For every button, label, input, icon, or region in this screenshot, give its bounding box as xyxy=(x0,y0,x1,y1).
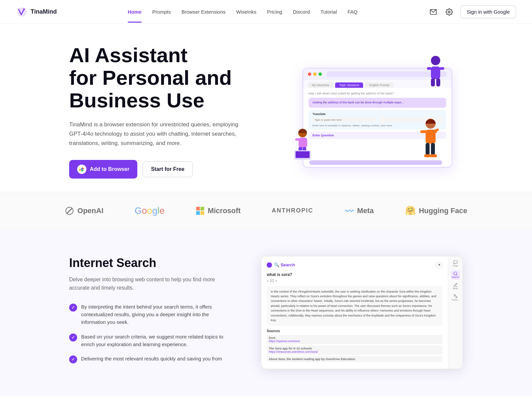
partner-huggingface: 🤗 Hugging Face xyxy=(405,205,467,216)
search-sources: Sources Sora https://openai.com/sora The… xyxy=(267,329,443,362)
huggingface-icon: 🤗 xyxy=(405,205,416,216)
sidebar-search[interactable]: Search xyxy=(451,270,460,280)
check-icon-1 xyxy=(69,304,77,312)
feature-text-2: Based on your search criteria, we sugges… xyxy=(81,333,234,348)
svg-rect-8 xyxy=(431,78,435,86)
svg-point-0 xyxy=(23,8,25,10)
hero-right: My Searches Topic Sessions English Promp… xyxy=(282,55,463,168)
sidebar-translate[interactable]: Trans... xyxy=(451,293,460,302)
hero-buttons: Add to Browser Start for Free xyxy=(69,160,262,179)
svg-rect-11 xyxy=(299,138,307,148)
svg-rect-6 xyxy=(427,67,432,70)
section-right-mockup: 🔍 Search ✕ what is sora? < 2/2 > In the … xyxy=(261,256,463,369)
navbar: TinaMind Home Prompts Browser Extensions… xyxy=(0,0,532,24)
check-icon-3 xyxy=(69,355,77,363)
section-title: Internet Search xyxy=(69,256,234,270)
feature-list: By interpreting the intent behind your s… xyxy=(69,303,234,363)
check-icon-2 xyxy=(69,333,77,341)
partner-openai-name: OpenAI xyxy=(77,206,103,215)
svg-rect-5 xyxy=(431,66,440,79)
partner-meta-name: Meta xyxy=(357,206,374,215)
search-query-text: what is sora? xyxy=(267,272,443,277)
partner-anthropic: ANTHROPIC xyxy=(272,207,313,214)
svg-rect-21 xyxy=(426,143,430,155)
search-main-panel: 🔍 Search ✕ what is sora? < 2/2 > In the … xyxy=(261,256,448,369)
svg-rect-16 xyxy=(296,151,310,158)
feature-text-3: Delivering the most relevant results qui… xyxy=(81,355,222,362)
svg-rect-22 xyxy=(431,143,435,155)
svg-rect-7 xyxy=(440,67,444,70)
figure-top xyxy=(422,55,449,92)
feature-item-1: By interpreting the intent behind your s… xyxy=(69,303,234,326)
source-item-1: Sora https://openai.com/sora xyxy=(267,335,443,344)
nav-wiseinks[interactable]: WiseInks xyxy=(236,9,256,15)
svg-point-3 xyxy=(81,168,83,170)
svg-rect-12 xyxy=(295,138,299,141)
partner-openai: OpenAI xyxy=(65,206,103,215)
figure-right xyxy=(412,116,446,168)
sidebar-chat[interactable]: Chat xyxy=(451,259,460,268)
partners-section: OpenAI Google Microsoft ANTHROPIC xyxy=(0,192,532,229)
partner-huggingface-name: Hugging Face xyxy=(419,206,467,215)
svg-rect-27 xyxy=(196,211,200,215)
nav-prompts[interactable]: Prompts xyxy=(152,9,171,15)
search-logo-dot xyxy=(267,262,272,268)
search-result-content: In the context of the r/KingdomHearts su… xyxy=(267,286,443,326)
svg-point-29 xyxy=(454,272,457,275)
hero-left: AI Assistant for Personal and Business U… xyxy=(69,44,262,179)
feature-text-1: By interpreting the intent behind your s… xyxy=(81,303,234,326)
hero-description: TinaMind is a browser extension for unre… xyxy=(69,120,242,148)
close-mock-button[interactable]: ✕ xyxy=(436,262,443,268)
partner-microsoft-name: Microsoft xyxy=(208,206,241,215)
figure-left xyxy=(293,126,323,164)
section-left-content: Internet Search Delve deeper into browsi… xyxy=(69,256,234,363)
logo-text: TinaMind xyxy=(31,8,57,15)
nav-links: Home Prompts Browser Extensions WiseInks… xyxy=(128,9,357,15)
section-description: Delve deeper into browsing web content t… xyxy=(69,275,234,292)
svg-point-4 xyxy=(431,56,440,65)
source-item-3: About Sora, the student reading app by O… xyxy=(267,356,443,362)
partner-anthropic-name: ANTHROPIC xyxy=(272,207,313,214)
openai-icon xyxy=(65,206,74,215)
svg-rect-25 xyxy=(196,207,200,210)
google-icon: Google xyxy=(135,205,165,216)
start-for-free-button[interactable]: Start for Free xyxy=(143,161,193,177)
sources-title: Sources xyxy=(267,329,443,333)
search-ui-mockup: 🔍 Search ✕ what is sora? < 2/2 > In the … xyxy=(261,256,463,369)
search-pagination[interactable]: < 2/2 > xyxy=(267,279,443,283)
source-item-2: The Sora app for K-12 schools https://re… xyxy=(267,345,443,355)
nav-browser-extensions[interactable]: Browser Extensions xyxy=(182,9,226,15)
svg-rect-28 xyxy=(200,211,204,215)
partner-meta: Meta xyxy=(344,206,374,215)
search-sidebar: Chat Search Write Trans... xyxy=(448,256,463,369)
svg-rect-24 xyxy=(430,154,437,157)
signin-button[interactable]: Sign in with Google xyxy=(461,5,516,18)
feature-item-2: Based on your search criteria, we sugges… xyxy=(69,333,234,348)
partner-google: Google xyxy=(135,205,165,216)
partners-list: OpenAI Google Microsoft ANTHROPIC xyxy=(53,205,479,216)
feature-item-3: Delivering the most relevant results qui… xyxy=(69,355,234,363)
partner-microsoft: Microsoft xyxy=(196,206,241,215)
mail-icon[interactable] xyxy=(429,7,438,17)
svg-point-2 xyxy=(448,11,450,13)
nav-discord[interactable]: Discord xyxy=(293,9,310,15)
hero-title: AI Assistant for Personal and Business U… xyxy=(69,44,262,112)
nav-right: Sign in with Google xyxy=(429,5,516,18)
nav-faq[interactable]: FAQ xyxy=(347,9,357,15)
logo-icon xyxy=(16,6,28,18)
chrome-icon xyxy=(77,165,86,174)
search-header: 🔍 Search ✕ xyxy=(267,262,443,268)
logo[interactable]: TinaMind xyxy=(16,6,57,18)
microsoft-icon xyxy=(196,206,204,215)
internet-search-section: Internet Search Delve deeper into browsi… xyxy=(0,229,532,396)
nav-pricing[interactable]: Pricing xyxy=(267,9,282,15)
svg-rect-23 xyxy=(424,154,431,157)
settings-icon[interactable] xyxy=(445,7,454,17)
nav-home[interactable]: Home xyxy=(128,9,142,15)
svg-rect-26 xyxy=(200,207,204,210)
svg-rect-9 xyxy=(436,78,440,86)
nav-tutorial[interactable]: Tutorial xyxy=(321,9,337,15)
add-to-browser-button[interactable]: Add to Browser xyxy=(69,160,137,179)
sidebar-write[interactable]: Write xyxy=(451,282,460,291)
search-logo: 🔍 Search xyxy=(267,262,295,268)
